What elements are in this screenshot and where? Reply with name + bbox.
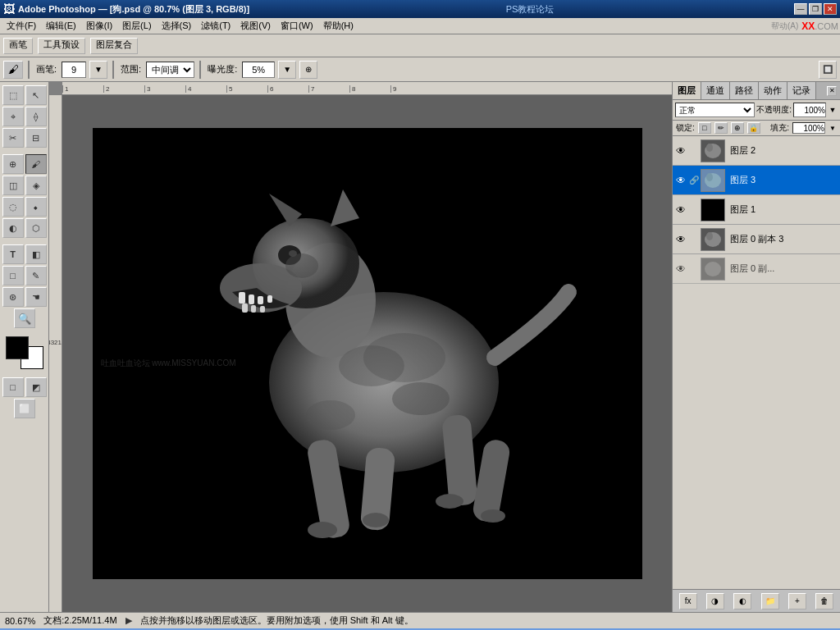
tool-options-icon[interactable]: 🖌 [3, 61, 23, 79]
lock-all-btn[interactable]: 🔒 [747, 122, 760, 134]
layer-item-1[interactable]: 👁 图层 1 [673, 195, 840, 225]
layer-item-2[interactable]: 👁 图层 2 [673, 136, 840, 166]
layer-group-btn[interactable]: 📁 [761, 593, 779, 609]
screen-mode[interactable]: ⬜ [14, 399, 35, 418]
foreground-color-swatch[interactable] [6, 336, 29, 359]
layer-p-visibility[interactable]: 👁 [674, 262, 687, 276]
lock-paint-btn[interactable]: ✏ [714, 122, 728, 134]
tool-marquee[interactable]: ⬚ [2, 85, 24, 105]
tool-slice[interactable]: ⊟ [25, 128, 47, 148]
brush-size-arrow[interactable]: ▼ [89, 61, 107, 79]
close-button[interactable]: ✕ [824, 3, 837, 15]
exposure-label: 曝光度: [206, 63, 239, 75]
layer-styles-btn[interactable]: fx [679, 593, 697, 609]
range-select[interactable]: 中间调 阴影 高光 [146, 62, 194, 78]
tab-channels[interactable]: 通道 [701, 82, 730, 99]
menu-window[interactable]: 窗口(W) [276, 18, 318, 34]
minimize-button[interactable]: — [794, 3, 807, 15]
layer-mask-btn[interactable]: ◑ [706, 593, 724, 609]
doc-size: 文档:2.25M/11.4M [43, 614, 116, 627]
layers-panel: 图层 通道 路径 动作 记录 ✕ 正常 溶解 正片叠底 不透明度: ▼ 锁定: … [672, 82, 840, 612]
layer-item-0-copy3[interactable]: 👁 图层 0 副本 3 [673, 225, 840, 254]
tool-clone[interactable]: ◫ [2, 176, 24, 195]
tool-crop[interactable]: ✂ [2, 128, 24, 148]
tool-hand[interactable]: ☚ [25, 287, 47, 307]
brush-panel-btn[interactable]: 画笔 [3, 38, 33, 54]
new-layer-btn[interactable]: + [788, 593, 806, 609]
tool-notes[interactable]: ✎ [25, 266, 47, 285]
delete-layer-btn[interactable]: 🗑 [815, 593, 833, 609]
color-swatches[interactable] [6, 336, 43, 369]
layer-adjustment-btn[interactable]: ◐ [733, 593, 751, 609]
lock-transparent-btn[interactable]: □ [698, 122, 711, 134]
misc-icon[interactable]: 🔲 [819, 61, 837, 79]
svg-point-22 [285, 253, 318, 278]
tool-eraser[interactable]: ◌ [2, 197, 24, 217]
menu-layer[interactable]: 图层(L) [117, 18, 156, 34]
layer-1-name: 图层 1 [727, 203, 838, 216]
fill-input[interactable] [792, 122, 825, 134]
tool-shape[interactable]: □ [2, 266, 24, 285]
tool-healing[interactable]: ⊕ [2, 154, 24, 174]
menu-select[interactable]: 选择(S) [157, 18, 197, 34]
layer-item-partial[interactable]: 👁 图层 0 副... [673, 254, 840, 284]
layer-0c3-visibility[interactable]: 👁 [674, 233, 687, 246]
lock-label: 锁定: [676, 122, 695, 134]
tab-layers[interactable]: 图层 [673, 82, 701, 99]
exposure-arrow[interactable]: ▼ [278, 61, 296, 79]
tool-path-selection[interactable]: ◧ [25, 244, 47, 264]
layer-0c3-link [689, 233, 699, 246]
layer-1-visibility[interactable]: 👁 [674, 203, 687, 217]
tool-move[interactable]: ↖ [25, 85, 47, 105]
menu-edit[interactable]: 编辑(E) [41, 18, 81, 34]
status-bar: 80.67% 文档:2.25M/11.4M ▶ 点按并拖移以移动图层或选区。要用… [0, 612, 840, 628]
forum-title: PS教程论坛 [506, 3, 555, 16]
layer-3-name: 图层 3 [727, 174, 838, 186]
lock-move-btn[interactable]: ⊕ [731, 122, 744, 134]
layer-3-visibility[interactable]: 👁 [674, 174, 687, 187]
layer-comp-btn[interactable]: 图层复合 [90, 38, 138, 54]
svg-rect-14 [260, 306, 265, 313]
airbrush-btn[interactable]: ⊕ [299, 61, 317, 79]
toolbox: ⬚ ↖ ⌖ ⟠ ✂ ⊟ ⊕ 🖌 ◫ ◈ ◌ ⬥ ◐ ⬡ T [0, 82, 49, 612]
menu-help[interactable]: 帮助(H) [318, 18, 358, 34]
quick-mask-overlay[interactable]: ◩ [25, 377, 47, 397]
opacity-label: 不透明度: [756, 104, 792, 116]
menu-view[interactable]: 视图(V) [235, 18, 276, 34]
layer-2-link [689, 144, 699, 158]
brush-size-input[interactable] [62, 62, 86, 78]
tool-pen[interactable]: ⬡ [25, 218, 47, 238]
layer-3-link[interactable]: 🔗 [689, 174, 699, 187]
tool-history-brush[interactable]: ◈ [25, 176, 47, 195]
brush-label: 画笔: [34, 63, 58, 75]
tool-dodge[interactable]: ◐ [2, 218, 24, 238]
menu-image[interactable]: 图像(I) [81, 18, 117, 34]
layer-2-visibility[interactable]: 👁 [674, 144, 687, 158]
tool-gradient[interactable]: ⬥ [25, 197, 47, 217]
exposure-input[interactable] [242, 62, 275, 78]
opacity-arrow[interactable]: ▼ [828, 103, 838, 117]
fill-arrow[interactable]: ▼ [829, 122, 837, 134]
menu-file[interactable]: 文件(F) [2, 18, 41, 34]
canvas-viewport[interactable]: 吐血吐血论坛 www.MISSYUAN.COM [62, 95, 672, 612]
tab-history[interactable]: 记录 [788, 82, 816, 99]
tool-lasso[interactable]: ⌖ [2, 107, 24, 126]
layer-item-3[interactable]: 👁 🔗 图层 3 [673, 166, 840, 195]
tool-type[interactable]: T [2, 244, 24, 264]
restore-button[interactable]: ❐ [809, 3, 822, 15]
tool-preset-btn[interactable]: 工具预设 [38, 38, 85, 54]
layer-3-thumbnail [701, 169, 725, 192]
layer-2-name: 图层 2 [727, 144, 838, 157]
panel-close[interactable]: ✕ [827, 86, 837, 96]
quick-mask-standard[interactable]: □ [2, 377, 24, 397]
tool-zoom[interactable]: 🔍 [14, 308, 35, 328]
photoshop-canvas[interactable]: 吐血吐血论坛 www.MISSYUAN.COM [93, 128, 642, 579]
tab-paths[interactable]: 路径 [730, 82, 759, 99]
blend-mode-select[interactable]: 正常 溶解 正片叠底 [675, 103, 755, 117]
tab-actions[interactable]: 动作 [759, 82, 788, 99]
tool-magic-wand[interactable]: ⟠ [25, 107, 47, 126]
menu-filter[interactable]: 滤镜(T) [196, 18, 235, 34]
tool-eyedropper[interactable]: ⊛ [2, 287, 24, 307]
opacity-input[interactable] [793, 103, 826, 117]
tool-brush[interactable]: 🖌 [25, 154, 47, 174]
